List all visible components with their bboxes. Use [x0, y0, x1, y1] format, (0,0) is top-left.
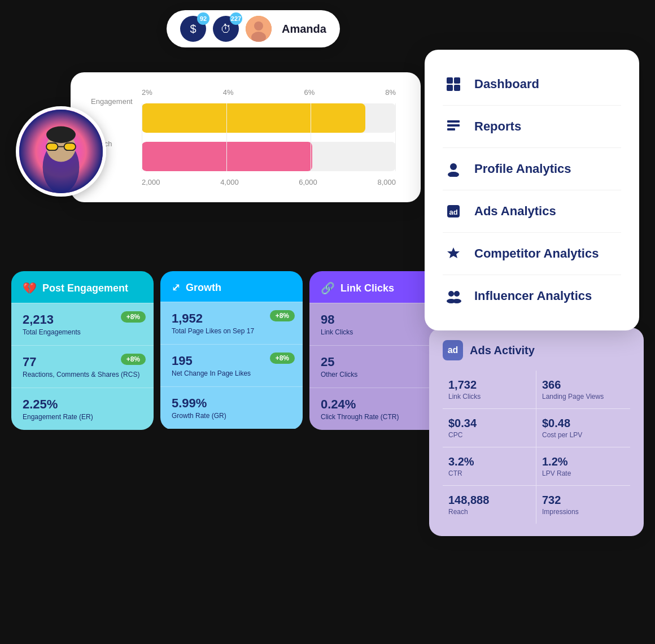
reports-icon [443, 116, 464, 137]
growth-icon: ⤢ [172, 281, 180, 294]
total-page-likes-badge: +8% [270, 310, 295, 321]
header-bar: $ 92 ⏱ 227 Amanda [167, 10, 340, 47]
stat-row-net-change: 195 Net Change In Page Likes +8% [160, 344, 303, 386]
svg-point-17 [452, 299, 461, 303]
chart-top-6: 6% [304, 88, 315, 97]
chart-top-8: 8% [385, 88, 396, 97]
ads-ctr-value: 3.2% [448, 455, 530, 468]
profile-image [16, 106, 106, 197]
svg-text:ad: ad [449, 208, 457, 216]
ads-cell-landing-page: 366 Landing Page Views [536, 371, 630, 409]
ads-analytics-icon: ad [443, 201, 464, 222]
badge-clock[interactable]: ⏱ 227 [213, 16, 239, 42]
competitor-analytics-icon [443, 243, 464, 264]
ads-reach-label: Reach [448, 508, 530, 516]
ads-ctr-label: CTR [448, 469, 530, 477]
svg-point-10 [450, 163, 457, 170]
gr-value: 5.99% [172, 396, 291, 411]
stat-row-rcs: 77 Reactions, Comments & Shares (RCS) +8… [11, 345, 154, 388]
chart-top-2: 2% [142, 88, 152, 97]
chart-label-engagement: Engagement [91, 97, 142, 106]
stat-card-post-engagement: 💔 Post Engagement 2,213 Total Engagement… [11, 271, 154, 430]
stat-label-growth: Growth [186, 282, 221, 294]
ads-cell-cost-lpv: $0.48 Cost per LPV [536, 409, 630, 447]
ads-cell-ctr: 3.2% CTR [443, 447, 536, 486]
svg-rect-7 [447, 120, 460, 123]
nav-card: Dashboard Reports Profile Analytics ad [425, 50, 639, 330]
svg-rect-6 [454, 85, 460, 91]
stat-row-gr: 5.99% Growth Rate (GR) [160, 386, 303, 429]
gr-desc: Growth Rate (GR) [172, 412, 291, 420]
nav-item-profile-analytics[interactable]: Profile Analytics [443, 148, 621, 190]
ads-cell-lpv-rate: 1.2% LPV Rate [536, 447, 630, 486]
nav-label-reports: Reports [474, 119, 521, 134]
stat-label-link-clicks: Link Clicks [340, 282, 394, 294]
rcs-badge: +8% [121, 354, 146, 365]
nav-item-influencer-analytics[interactable]: Influencer Analytics [443, 275, 621, 317]
chart-bottom-4000: 4,000 [220, 178, 239, 186]
svg-point-24 [46, 127, 76, 143]
other-clicks-desc: Other Clicks [321, 371, 440, 378]
clock-badge-count: 227 [230, 12, 242, 25]
ads-activity-title: Ads Activity [470, 344, 535, 357]
ads-activity-icon: ad [443, 340, 463, 360]
profile-analytics-icon [443, 158, 464, 180]
stat-row-total-page-likes: 1,952 Total Page Likes on Sep 17 +8% [160, 302, 303, 344]
er-value: 2.25% [23, 397, 142, 412]
ads-cpc-label: CPC [448, 431, 530, 439]
chart-bottom-6000: 6,000 [299, 178, 317, 186]
ads-landing-page-value: 366 [542, 378, 625, 391]
svg-rect-5 [447, 85, 453, 91]
ads-cell-reach: 148,888 Reach [443, 486, 536, 524]
net-change-badge: +8% [270, 353, 295, 364]
ads-lpv-rate-value: 1.2% [542, 455, 625, 468]
user-name: Amanda [282, 23, 326, 36]
badge-dollar[interactable]: $ 92 [180, 16, 206, 42]
nav-label-influencer-analytics: Influencer Analytics [474, 289, 592, 303]
stat-card-growth: ⤢ Growth 1,952 Total Page Likes on Sep 1… [160, 271, 303, 430]
ads-cell-impressions: 732 Impressions [536, 486, 630, 524]
stat-row-total-engagements: 2,213 Total Engagements +8% [11, 303, 154, 345]
ads-activity-header: ad Ads Activity [443, 340, 630, 360]
post-engagement-icon: 💔 [23, 281, 37, 295]
stat-header-growth: ⤢ Growth [160, 271, 303, 302]
ads-link-clicks-label: Link Clicks [448, 393, 530, 401]
nav-item-dashboard[interactable]: Dashboard [443, 63, 621, 106]
ads-cost-lpv-label: Cost per LPV [542, 431, 625, 439]
ads-cost-lpv-value: $0.48 [542, 417, 625, 430]
ctr-value: 0.24% [321, 397, 440, 412]
nav-label-dashboard: Dashboard [474, 77, 539, 92]
nav-item-competitor-analytics[interactable]: Competitor Analytics [443, 233, 621, 275]
svg-rect-22 [64, 143, 76, 150]
ads-lpv-rate-label: LPV Rate [542, 469, 625, 477]
link-clicks-icon: 🔗 [321, 281, 335, 295]
other-clicks-value: 25 [321, 355, 440, 369]
svg-rect-3 [447, 77, 453, 84]
nav-item-reports[interactable]: Reports [443, 106, 621, 148]
nav-label-profile-analytics: Profile Analytics [474, 162, 571, 176]
link-clicks-value: 98 [321, 312, 440, 327]
svg-point-14 [448, 291, 454, 297]
chart-card: Engagement Reach 2% 4% 6% 8% [71, 72, 421, 202]
svg-point-11 [448, 172, 459, 177]
dashboard-icon [443, 73, 464, 95]
nav-label-ads-analytics: Ads Analytics [474, 204, 556, 219]
ads-impressions-value: 732 [542, 494, 625, 507]
ads-impressions-label: Impressions [542, 508, 625, 516]
total-page-likes-desc: Total Page Likes on Sep 17 [172, 327, 291, 335]
svg-rect-4 [454, 77, 460, 84]
svg-rect-9 [447, 128, 455, 130]
net-change-desc: Net Change In Page Likes [172, 369, 291, 377]
ctr-desc: Click Through Rate (CTR) [321, 413, 440, 421]
total-engagements-badge: +8% [121, 311, 146, 323]
influencer-analytics-icon [443, 285, 464, 307]
stats-row: 💔 Post Engagement 2,213 Total Engagement… [11, 271, 452, 430]
svg-rect-21 [46, 143, 58, 150]
nav-label-competitor-analytics: Competitor Analytics [474, 246, 599, 261]
ads-link-clicks-value: 1,732 [448, 378, 530, 391]
nav-item-ads-analytics[interactable]: ad Ads Analytics [443, 190, 621, 233]
avatar[interactable] [246, 16, 272, 42]
total-engagements-desc: Total Engagements [23, 328, 142, 336]
stat-header-post-engagement: 💔 Post Engagement [11, 271, 154, 303]
chart-top-4: 4% [223, 88, 234, 97]
